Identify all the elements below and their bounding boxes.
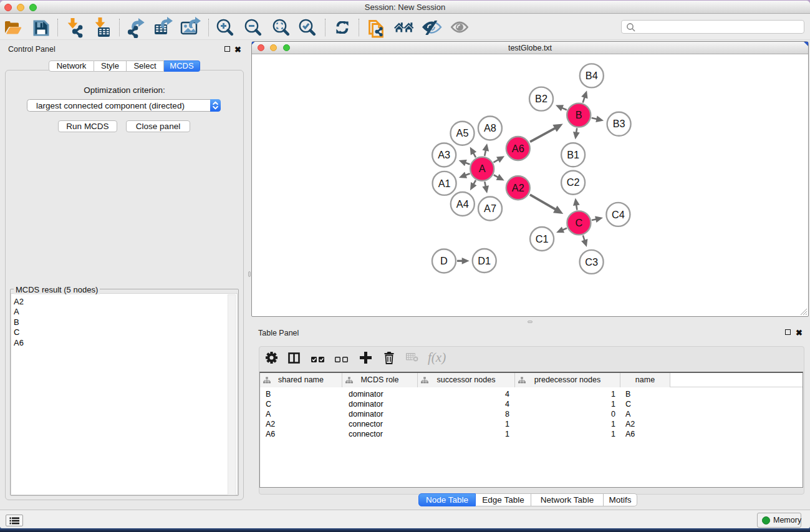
svg-text:B1: B1 (567, 149, 579, 160)
svg-text:A6: A6 (512, 143, 524, 154)
svg-text:A3: A3 (438, 149, 450, 160)
svg-text:C2: C2 (567, 177, 580, 188)
svg-text:D1: D1 (478, 255, 491, 266)
svg-text:A8: A8 (484, 122, 496, 133)
svg-text:B4: B4 (586, 70, 598, 81)
svg-text:B: B (576, 109, 582, 120)
svg-text:C3: C3 (585, 256, 598, 268)
svg-text:A: A (479, 163, 486, 174)
svg-text:B2: B2 (535, 93, 547, 104)
svg-text:A5: A5 (456, 127, 469, 138)
svg-text:B3: B3 (613, 118, 625, 129)
svg-text:A2: A2 (512, 182, 524, 193)
svg-text:A4: A4 (456, 198, 469, 210)
svg-text:D: D (440, 255, 448, 266)
svg-text:C1: C1 (536, 233, 549, 244)
svg-text:A1: A1 (438, 178, 451, 189)
svg-text:A7: A7 (484, 203, 496, 214)
svg-text:C4: C4 (612, 209, 625, 220)
svg-text:C: C (576, 217, 583, 228)
